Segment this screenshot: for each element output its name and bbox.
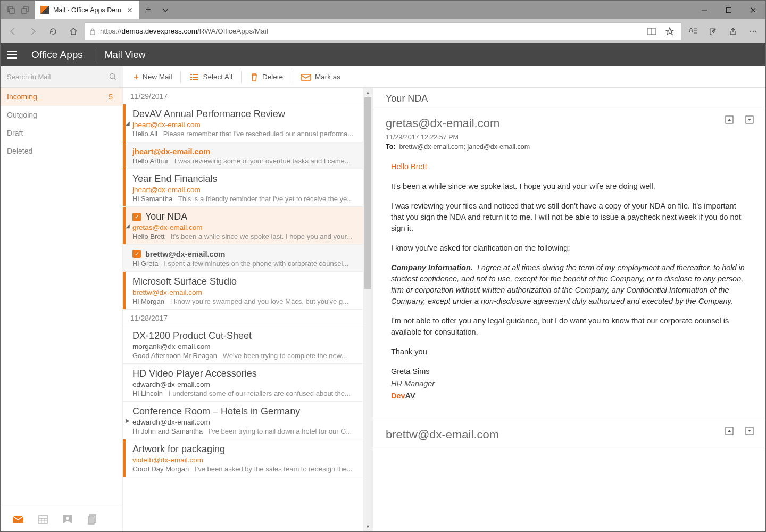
search-icon[interactable] <box>109 73 116 80</box>
favicon-icon <box>40 6 49 14</box>
select-all-icon <box>189 73 199 81</box>
svg-rect-6 <box>90 31 95 35</box>
message-preview: Hi Lincoln I understand some of our reta… <box>132 389 357 397</box>
message-item[interactable]: DX-1200 Product Cut-Sheetmorgank@dx-emai… <box>123 326 363 364</box>
close-tab-icon[interactable]: ✕ <box>126 6 134 14</box>
window-tab-controls[interactable] <box>1 1 35 19</box>
contacts-view-icon[interactable] <box>62 514 73 525</box>
share-icon[interactable] <box>724 22 742 40</box>
checkbox-icon[interactable]: ✓ <box>132 213 141 221</box>
expander-icon[interactable]: ◢ <box>124 120 131 126</box>
message-preview: Good Day Morgan I've been asked by the s… <box>132 465 357 473</box>
delete-button[interactable]: Delete <box>243 66 290 88</box>
select-all-button[interactable]: Select All <box>182 66 240 88</box>
app-header: Office Apps Mail View <box>1 43 765 66</box>
tabs-icon <box>7 6 15 14</box>
expander-icon[interactable]: ◢ <box>124 223 131 229</box>
window-minimize-button[interactable] <box>692 1 717 19</box>
reading-body: Hello Brett It's been a while since we s… <box>373 156 765 420</box>
message-subject: Artwork for packaging <box>132 444 225 455</box>
new-mail-button[interactable]: +New Mail <box>126 66 179 88</box>
message-from: edwardh@dx-email.com <box>132 380 357 388</box>
message-from: violetb@dx-email.com <box>132 456 357 464</box>
message-subject: Microsoft Surface Studio <box>132 276 237 287</box>
message-preview: Hello Arthur I was reviewing some of you… <box>132 157 357 165</box>
reader-icon[interactable] <box>645 27 659 36</box>
search-input[interactable] <box>7 73 109 81</box>
plus-icon: + <box>134 72 139 82</box>
search-box[interactable] <box>1 66 123 87</box>
scroll-up-icon[interactable]: ▲ <box>363 88 372 97</box>
message-item[interactable]: Year End Financialsjheart@dx-email.comHi… <box>123 169 363 207</box>
message-item[interactable]: ▶Conference Room – Hotels in Germanyedwa… <box>123 402 363 439</box>
browser-navbar: https://demos.devexpress.com/RWA/OfficeA… <box>1 19 765 43</box>
reading-from: gretas@dx-email.com <box>386 117 753 130</box>
address-bar[interactable]: https://demos.devexpress.com/RWA/OfficeA… <box>85 22 681 40</box>
message-from: jheart@dx-email.com <box>132 147 210 156</box>
date-group-header: 11/28/2017 <box>123 310 363 326</box>
reply-collapsed-header[interactable]: brettw@dx-email.com <box>373 420 765 447</box>
scrollbar[interactable]: ▲ ▼ <box>363 88 372 531</box>
folder-deleted[interactable]: Deleted <box>1 142 122 160</box>
calendar-view-icon[interactable] <box>38 514 48 525</box>
message-item[interactable]: HD Video Player Accessoriesedwardh@dx-em… <box>123 364 363 402</box>
scroll-down-icon[interactable]: ▼ <box>363 522 372 531</box>
scroll-thumb[interactable] <box>364 97 371 289</box>
folder-sidebar: Incoming5OutgoingDraftDeleted <box>1 88 123 531</box>
message-preview: Good Afternoon Mr Reagan We've been tryi… <box>132 352 357 360</box>
message-from: gretas@dx-email.com <box>132 223 357 231</box>
home-button[interactable] <box>64 22 82 40</box>
window-close-button[interactable] <box>741 1 765 19</box>
expand-down-icon[interactable] <box>745 427 754 435</box>
tabs-icon <box>21 6 29 14</box>
browser-tab-active[interactable]: Mail - Office Apps Dem ✕ <box>35 1 139 19</box>
window-maximize-button[interactable] <box>717 1 741 19</box>
refresh-button[interactable] <box>44 22 62 40</box>
message-item[interactable]: Artwork for packagingvioletb@dx-email.co… <box>123 439 363 477</box>
message-item[interactable]: ◢DevAV Annual Performance Reviewjheart@d… <box>123 104 363 142</box>
browser-titlebar: Mail - Office Apps Dem ✕ + <box>1 1 765 19</box>
back-button[interactable] <box>4 22 22 40</box>
expander-icon[interactable]: ▶ <box>124 418 131 423</box>
trash-icon <box>250 72 259 82</box>
svg-point-25 <box>66 517 69 520</box>
svg-rect-19 <box>39 516 47 523</box>
folder-draft[interactable]: Draft <box>1 124 122 142</box>
svg-point-14 <box>755 30 756 31</box>
reading-to: To: brettw@dx-email.com; janed@dx-email.… <box>386 143 753 151</box>
toolbar: +New Mail Select All Delete Mark as <box>1 66 765 88</box>
view-title: Mail View <box>94 49 156 61</box>
docs-view-icon[interactable] <box>87 514 97 525</box>
expand-up-icon[interactable] <box>725 115 734 124</box>
reading-header: gretas@dx-email.com 11/29/2017 12:22:57 … <box>373 109 765 156</box>
favorites-list-icon[interactable] <box>684 22 702 40</box>
folder-outgoing[interactable]: Outgoing <box>1 106 122 124</box>
message-item[interactable]: ✓brettw@dx-email.comHi Greta I spent a f… <box>123 245 363 272</box>
message-subject: Conference Room – Hotels in Germany <box>132 406 300 417</box>
favorite-icon[interactable] <box>663 27 677 36</box>
notes-icon[interactable] <box>704 22 722 40</box>
mark-as-button[interactable]: Mark as <box>293 66 348 88</box>
new-tab-button[interactable]: + <box>139 1 157 19</box>
message-item[interactable]: jheart@dx-email.comHello Arthur I was re… <box>123 142 363 169</box>
svg-rect-17 <box>301 74 311 80</box>
tab-title: Mail - Office Apps Dem <box>53 6 121 14</box>
forward-button[interactable] <box>24 22 42 40</box>
folder-incoming[interactable]: Incoming5 <box>1 88 122 106</box>
message-from: jheart@dx-email.com <box>132 121 357 129</box>
message-item[interactable]: Microsoft Surface Studiobrettw@dx-email.… <box>123 272 363 310</box>
hamburger-menu-button[interactable] <box>1 43 24 66</box>
svg-rect-27 <box>88 517 94 524</box>
envelope-icon <box>301 73 311 81</box>
tab-menu-chevron-icon[interactable] <box>157 1 173 19</box>
message-item[interactable]: ◢✓Your NDAgretas@dx-email.comHello Brett… <box>123 207 363 245</box>
svg-line-16 <box>114 78 116 80</box>
expand-down-icon[interactable] <box>745 115 754 124</box>
expand-up-icon[interactable] <box>725 427 734 435</box>
mail-view-icon[interactable] <box>12 514 24 524</box>
svg-point-13 <box>753 30 754 31</box>
more-icon[interactable] <box>744 22 762 40</box>
svg-rect-18 <box>13 516 23 523</box>
checkbox-icon[interactable]: ✓ <box>132 250 141 258</box>
url-text: https://demos.devexpress.com/RWA/OfficeA… <box>100 27 640 35</box>
